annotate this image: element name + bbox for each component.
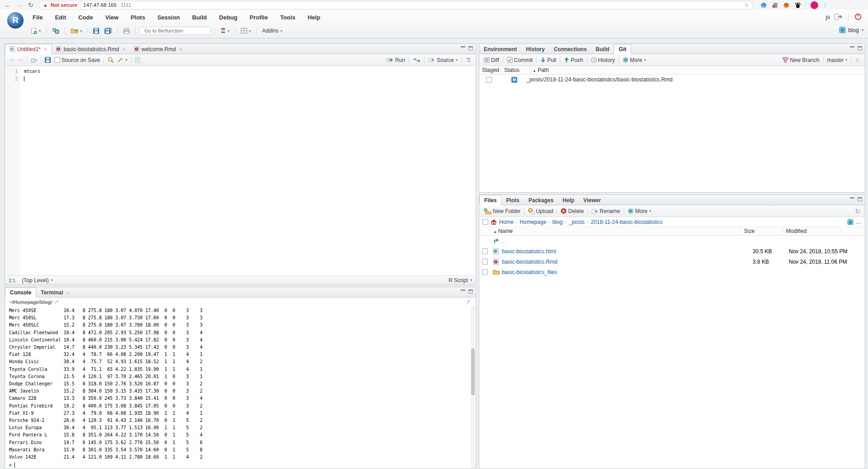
menu-tools[interactable]: Tools	[280, 14, 296, 21]
folder-name-link[interactable]: basic-biostatistics_files	[502, 269, 557, 275]
breadcrumb-post-dir[interactable]: 2018-11-24-basic-biostatistics	[591, 219, 663, 225]
browser-forward-icon[interactable]: →	[16, 2, 23, 8]
tab-untitled1[interactable]: R Untitled1* ×	[5, 44, 52, 54]
browser-reload-icon[interactable]: ↻	[28, 2, 33, 8]
branch-selector[interactable]: master ▾	[825, 56, 849, 64]
col-name[interactable]: ▲Name	[491, 227, 741, 235]
not-secure-label[interactable]: Not secure	[51, 2, 77, 8]
upload-button[interactable]: Upload	[526, 207, 555, 215]
menu-file[interactable]: File	[33, 14, 43, 21]
refresh-button[interactable]: ↻	[853, 56, 862, 65]
col-status[interactable]: Status	[501, 66, 530, 74]
new-project-button[interactable]: R	[50, 27, 61, 35]
push-button[interactable]: Push	[562, 56, 585, 64]
menu-edit[interactable]: Edit	[55, 14, 66, 21]
addins-button[interactable]: Addins ▾	[260, 27, 284, 35]
tab-console[interactable]: Console	[5, 287, 36, 298]
tab-build[interactable]: Build	[591, 44, 614, 54]
tab-viewer[interactable]: Viewer	[579, 195, 605, 205]
git-file-row[interactable]: M _posts/2018-11-24-basic-biostatistics/…	[479, 75, 865, 85]
rename-button[interactable]: Rename	[590, 207, 622, 215]
tab-packages[interactable]: Packages	[524, 195, 558, 205]
extension-icon-2[interactable]	[772, 2, 778, 9]
version-control-button[interactable]: ▾	[219, 27, 231, 35]
tab-plots[interactable]: Plots	[501, 195, 524, 205]
maximize-pane-icon[interactable]	[858, 46, 862, 50]
folder-row-files[interactable]: basic-biostatistics_files	[479, 267, 865, 277]
minimize-pane-icon[interactable]	[461, 46, 465, 50]
breadcrumb-home[interactable]: Home	[499, 219, 514, 225]
save-all-button[interactable]	[103, 27, 114, 35]
tab-welcome-rmd[interactable]: welcome.Rmd ×	[130, 44, 186, 54]
tab-history[interactable]: History	[521, 44, 549, 54]
history-button[interactable]: History	[589, 56, 617, 64]
maximize-pane-icon[interactable]	[468, 289, 473, 294]
delete-button[interactable]: Delete	[559, 207, 586, 215]
source-on-save-checkbox[interactable]: Source on Save	[52, 56, 102, 64]
bookmark-star-icon[interactable]: ☆	[744, 2, 749, 8]
save-button[interactable]	[91, 27, 101, 35]
menu-debug[interactable]: Debug	[219, 14, 237, 21]
menu-session[interactable]: Session	[157, 14, 180, 21]
breadcrumb-homepage[interactable]: Homepage	[520, 219, 546, 225]
sign-out-icon[interactable]	[834, 14, 842, 20]
more-button[interactable]: More ▾	[621, 56, 648, 64]
workspace-panes-button[interactable]: ▾	[239, 27, 253, 34]
nav-forward-button[interactable]: ⇨	[16, 56, 25, 64]
file-checkbox[interactable]	[482, 269, 488, 275]
quit-session-icon[interactable]	[854, 13, 862, 20]
address-bar[interactable]: ▲ Not secure 147.47.68.165:1111 ☆	[39, 1, 753, 9]
rerun-button[interactable]	[411, 57, 422, 63]
staged-checkbox[interactable]	[486, 77, 492, 83]
tab-basic-biostatistics-rmd[interactable]: basic-biostatistics.Rmd ×	[52, 44, 129, 54]
menu-plots[interactable]: Plots	[131, 14, 145, 21]
file-type-selector[interactable]: R Script ▾	[448, 277, 472, 284]
file-checkbox[interactable]	[482, 259, 488, 265]
scrollbar-thumb[interactable]	[471, 348, 475, 395]
files-refresh-button[interactable]: ↻	[853, 207, 862, 216]
menu-profile[interactable]: Profile	[249, 14, 267, 21]
parent-dir-label[interactable]: ..	[502, 238, 865, 244]
breadcrumb-blog[interactable]: blog	[552, 219, 563, 225]
tab-connections[interactable]: Connections	[549, 44, 591, 54]
ellipsis-button[interactable]: ...	[856, 219, 862, 225]
project-selector[interactable]: R blog ▾	[839, 27, 863, 33]
find-replace-button[interactable]	[106, 56, 115, 64]
browser-back-icon[interactable]: ←	[5, 2, 11, 8]
tab-terminal[interactable]: Terminal ×	[36, 288, 74, 297]
new-folder-button[interactable]: New Folder	[482, 207, 522, 215]
print-button[interactable]	[121, 27, 132, 35]
profile-avatar[interactable]	[811, 1, 818, 9]
col-path[interactable]: ▲Path	[530, 66, 865, 74]
col-modified[interactable]: Modified	[783, 227, 865, 235]
close-tab-icon[interactable]: ×	[179, 47, 182, 52]
col-size[interactable]: Size	[741, 227, 783, 235]
close-tab-icon[interactable]: ×	[44, 47, 47, 52]
code-editor[interactable]: 1 2 mtcars	[5, 66, 476, 275]
console-output-area[interactable]: Merc 450SE 16.4 8 275.8 180 3.07 4.070 1…	[5, 306, 476, 469]
r-project-badge-icon[interactable]: R	[847, 219, 854, 225]
tab-environment[interactable]: Environment	[479, 44, 521, 54]
col-staged[interactable]: Staged	[479, 66, 501, 74]
clear-console-icon[interactable]	[466, 299, 472, 305]
maximize-pane-icon[interactable]	[468, 46, 473, 50]
files-more-button[interactable]: More ▾	[626, 207, 653, 215]
select-all-checkbox[interactable]	[482, 219, 488, 225]
checkbox[interactable]	[54, 57, 60, 63]
file-name-link[interactable]: basic-biostatistics.html	[502, 248, 556, 255]
parent-dir-row[interactable]: ..	[479, 236, 865, 246]
browser-menu-icon[interactable]: ⋮	[823, 2, 828, 8]
open-dir-arrow-icon[interactable]	[54, 300, 61, 304]
menu-view[interactable]: View	[105, 14, 118, 21]
maximize-pane-icon[interactable]	[858, 197, 862, 201]
new-file-button[interactable]: ▾	[29, 27, 43, 35]
diff-button[interactable]: Diff	[482, 56, 501, 64]
console-scrollbar[interactable]	[471, 306, 475, 469]
goto-file-box[interactable]	[139, 27, 211, 35]
popout-editor-button[interactable]	[29, 57, 39, 64]
close-tab-icon[interactable]: ×	[122, 47, 125, 52]
pull-button[interactable]: Pull	[539, 56, 558, 64]
open-file-button[interactable]: ▾	[69, 27, 84, 35]
file-row-html[interactable]: basic-biostatistics.html 30.5 KB Nov 24,…	[479, 246, 865, 256]
scope-selector[interactable]: (Top Level) ▾	[22, 277, 52, 284]
